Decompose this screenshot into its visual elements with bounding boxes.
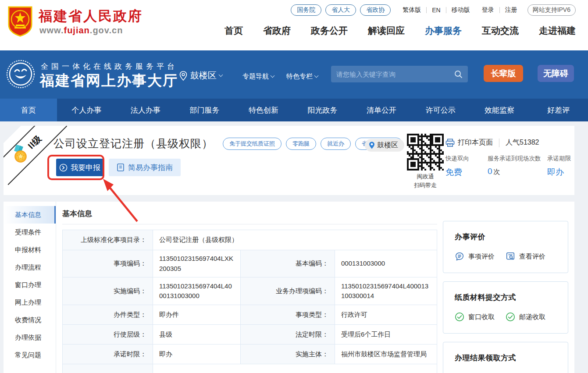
district-selector[interactable]: 鼓楼区	[179, 70, 222, 82]
row-label: 承诺时限：	[63, 345, 153, 364]
row-value: 即办	[153, 345, 241, 364]
accessibility-button[interactable]: 无障碍	[538, 65, 574, 82]
login-link[interactable]: 登录	[482, 6, 494, 14]
sidebar-item-application-materials[interactable]: 申报材料	[4, 241, 56, 259]
service-nav-rating[interactable]: 好差评	[529, 99, 588, 121]
row-value: 公司登记注册（县级权限）	[153, 230, 437, 250]
page-content: II级 公司设立登记注册（县级权限） 免于提交纸质证照 零跑腿 就近办 省内异地…	[0, 121, 588, 373]
row-label: 行使层级：	[63, 325, 153, 345]
divider	[499, 139, 499, 147]
paper-submit-card-title: 纸质材料提交方式	[455, 292, 556, 302]
national-emblem-icon	[6, 5, 34, 37]
link-state-council[interactable]: 国务院	[291, 4, 321, 16]
service-hall-logo-icon	[6, 60, 35, 89]
doc-search-icon	[506, 252, 515, 261]
district-tag-label: 鼓楼区	[377, 141, 398, 150]
tag-zero-trip[interactable]: 零跑腿	[286, 138, 316, 150]
service-nav-departments[interactable]: 部门服务	[175, 99, 234, 121]
stat-promise-period-label: 承诺期限	[547, 155, 574, 163]
menu-topic-nav[interactable]: 专题导航	[242, 72, 274, 81]
stat-onsite-visits: 服务承诺到现场次数 0次	[488, 155, 547, 178]
row-value: 11350102315697404LXK200305	[153, 250, 241, 277]
row-value: 行政许可	[335, 305, 437, 325]
sidebar-item-process[interactable]: 办理流程	[4, 259, 56, 276]
link-traditional[interactable]: 繁体版	[403, 6, 421, 14]
item-evaluation-label: 事项评价	[468, 252, 495, 261]
service-nav-efficiency[interactable]: 效能监察	[470, 99, 529, 121]
print-button-label: 打印本页面	[458, 138, 493, 147]
sidebar-item-legal-basis[interactable]: 办理依据	[4, 329, 56, 346]
sidebar-item-basic-info[interactable]: 基本信息	[4, 206, 56, 224]
ribbon-corner	[4, 126, 21, 143]
printer-icon	[445, 139, 455, 147]
check-circle-icon	[506, 312, 515, 322]
menu-special-column[interactable]: 特色专栏	[286, 72, 318, 81]
gov-nav-about-fujian[interactable]: 走进福建	[539, 25, 576, 37]
divider	[62, 224, 437, 224]
district-selector-label: 鼓楼区	[190, 70, 217, 82]
site-url-suffix: .gov.cn	[90, 25, 123, 35]
link-provincial-congress[interactable]: 省人大	[325, 4, 356, 16]
option-window-collection: 窗口收取	[455, 312, 506, 322]
gov-nav-services[interactable]: 办事服务	[425, 25, 462, 37]
row-value: 11350102315697404L4000131003000	[153, 277, 241, 305]
location-pin-filled-icon	[368, 141, 375, 149]
row-label: 上级标准化事项目录：	[63, 230, 153, 250]
item-evaluation-link[interactable]: 事项评价	[455, 252, 506, 261]
gov-nav-interaction[interactable]: 互动交流	[482, 25, 519, 37]
sidebar-item-fees[interactable]: 收费情况	[4, 311, 56, 329]
district-tag: 鼓楼区	[365, 139, 404, 152]
tag-no-paper-license[interactable]: 免于提交纸质证照	[223, 138, 282, 150]
gov-nav-interpretation[interactable]: 解读回应	[368, 25, 405, 37]
sidebar-item-window-handling[interactable]: 窗口办理	[4, 276, 56, 294]
sidebar-item-online-handling[interactable]: 网上办理	[4, 294, 56, 311]
row-value: 县级	[153, 325, 241, 345]
service-nav-innovation[interactable]: 特色创新	[234, 99, 293, 121]
top-utility-links: 国务院 省人大 省政协 繁体版 EN 移动版 登录 注册 网站支持IPV6	[291, 4, 576, 16]
tag-nearby[interactable]: 就近办	[321, 138, 351, 150]
chevron-down-icon	[271, 74, 275, 78]
menu-topic-nav-label: 专题导航	[242, 72, 269, 81]
gov-main-nav: 首页 省政府 政务公开 解读回应 办事服务 互动交流 走进福建	[225, 25, 576, 37]
detail-section: 基本信息 受理条件 申报材料 办理流程 窗口办理 网上办理 收费情况 办理依据 …	[4, 202, 574, 373]
basic-info-panel: 基本信息 上级标准化事项目录： 公司登记注册（县级权限） 事项编码： 11350…	[62, 202, 437, 373]
link-cppcc[interactable]: 省政协	[360, 4, 391, 16]
row-label: 实施主体：	[241, 345, 335, 364]
row-label: 法定时限：	[241, 325, 335, 345]
gov-nav-public-info[interactable]: 政务公开	[311, 25, 348, 37]
link-mobile[interactable]: 移动版	[452, 6, 470, 14]
service-nav-license-publicity[interactable]: 许可公示	[411, 99, 470, 121]
view-evaluation-link[interactable]: 查看评价	[506, 252, 556, 261]
search-input[interactable]	[336, 71, 454, 78]
row-value: 000131003000	[335, 250, 437, 277]
gov-nav-provincial-gov[interactable]: 省政府	[263, 25, 291, 37]
stat-express-label: 快递双向	[445, 155, 488, 163]
ipv6-badge: 网站支持IPV6	[527, 4, 576, 16]
service-nav-personal[interactable]: 个人办事	[57, 99, 116, 121]
paper-submit-card: 纸质材料提交方式 窗口收取 邮递收取	[443, 281, 568, 334]
apply-button[interactable]: 我要申报	[56, 159, 103, 176]
service-nav-list-disclosure[interactable]: 清单公开	[352, 99, 411, 121]
row-label: 基本编码：	[241, 250, 335, 277]
stat-onsite-visits-label: 服务承诺到现场次数	[488, 155, 547, 163]
gov-nav-home[interactable]: 首页	[225, 25, 243, 37]
print-button[interactable]: 打印本页面	[445, 138, 493, 147]
check-circle-icon	[455, 312, 464, 322]
qr-caption-line1: 闽政通	[399, 172, 452, 181]
evaluation-card-title: 办事评价	[455, 232, 556, 242]
row-label	[63, 364, 153, 373]
service-nav-sunshine-gov[interactable]: 阳光政务	[293, 99, 352, 121]
divider	[446, 7, 446, 13]
register-link[interactable]: 注册	[505, 6, 517, 14]
search-icon[interactable]	[454, 70, 463, 78]
service-nav-legal-person[interactable]: 法人办事	[116, 99, 175, 121]
guide-button[interactable]: 简易办事指南	[109, 159, 181, 176]
hall-title: 福建省网上办事大厅	[40, 71, 178, 91]
row-value: 11350102315697404L400013100300014	[335, 277, 437, 305]
view-evaluation-label: 查看评价	[519, 252, 545, 261]
sidebar-item-acceptance-conditions[interactable]: 受理条件	[4, 224, 56, 241]
elder-version-button[interactable]: 长辈版	[484, 65, 523, 82]
sidebar-item-faq[interactable]: 常见问题	[4, 346, 56, 364]
link-english[interactable]: EN	[432, 7, 440, 14]
service-nav-home[interactable]: 首页	[0, 99, 57, 121]
